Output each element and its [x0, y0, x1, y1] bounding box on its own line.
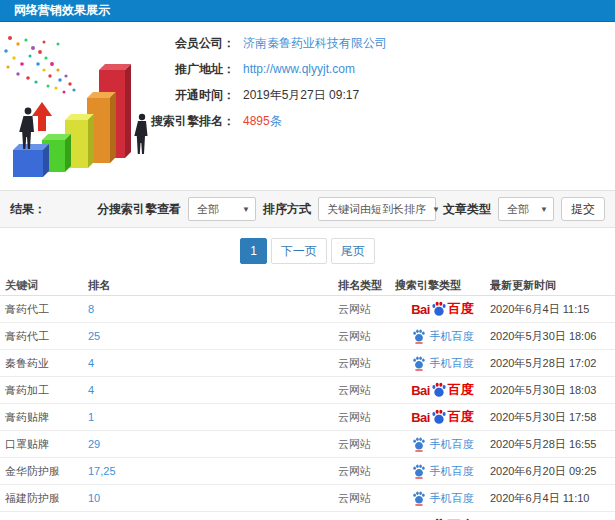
title-bar: 网络营销效果展示	[0, 0, 615, 22]
caret-down-icon: ▼	[540, 205, 548, 214]
table-row: 膏药代工 8 云网站 Bai 百度 2020年6月4日 11:15	[0, 296, 615, 323]
keyword-cell: 膏药贴牌	[0, 410, 88, 425]
filter-bar: 结果： 分搜索引擎查看 全部 ▼ 排序方式 关键词由短到长排序 ▼ 文章类型 全…	[0, 190, 615, 228]
rank-type-cell: 云网站	[338, 383, 395, 398]
engine-cell: 手机百度	[395, 491, 490, 506]
engine-cell: 手机百度	[395, 437, 490, 452]
promo-url-link[interactable]: http://www.qlyyjt.com	[243, 62, 355, 76]
member-company-link[interactable]: 济南秦鲁药业科技有限公司	[243, 35, 387, 52]
rank-unit: 条	[270, 114, 282, 128]
table-row: 秦鲁药业 4 云网站 手机百度 2020年5月28日 17:02	[0, 350, 615, 377]
company-summary-panel: 会员公司： 济南秦鲁药业科技有限公司 推广地址： http://www.qlyy…	[0, 22, 615, 190]
header-rank: 排名	[88, 278, 338, 293]
mobile-baidu-icon: 手机百度	[412, 464, 474, 479]
member-company-label: 会员公司：	[118, 35, 235, 52]
engine-cell: 手机百度	[395, 329, 490, 344]
engine-view-select[interactable]: 全部 ▼	[188, 197, 256, 221]
open-time-label: 开通时间：	[118, 87, 235, 104]
confetti-dots	[4, 36, 75, 94]
open-time-row: 开通时间： 2019年5月27日 09:17	[118, 82, 387, 108]
sort-value: 关键词由短到长排序	[327, 202, 426, 217]
keyword-cell: 秦鲁药业	[0, 356, 88, 371]
promo-url-label: 推广地址：	[118, 61, 235, 78]
baidu-paw-icon	[431, 301, 447, 317]
company-info: 会员公司： 济南秦鲁药业科技有限公司 推广地址： http://www.qlyy…	[118, 30, 387, 134]
sort-select[interactable]: 关键词由短到长排序 ▼	[318, 197, 436, 221]
mobile-baidu-icon: 手机百度	[412, 329, 474, 344]
table-row-partial: Bai 百度	[0, 512, 615, 520]
baidu-logo-icon: Bai 百度	[411, 382, 474, 398]
engine-view-label: 分搜索引擎查看	[97, 201, 181, 218]
submit-button[interactable]: 提交	[561, 197, 605, 221]
baidu-paw-icon	[412, 356, 426, 371]
time-cell: 2020年5月30日 18:03	[490, 383, 615, 398]
engine-cell: Bai 百度	[395, 301, 490, 317]
article-type-value: 全部	[507, 202, 534, 217]
keyword-cell: 金华防护服	[0, 464, 88, 479]
keyword-cell: 膏药代工	[0, 302, 88, 317]
time-cell: 2020年6月4日 11:10	[490, 491, 615, 506]
next-page-button[interactable]: 下一页	[271, 238, 327, 264]
person-left	[19, 108, 34, 149]
keyword-cell: 膏药加工	[0, 383, 88, 398]
engine-rank-value: 4895条	[243, 113, 282, 130]
engine-cell: 手机百度	[395, 464, 490, 479]
rank-type-cell: 云网站	[338, 410, 395, 425]
page-title: 网络营销效果展示	[14, 3, 110, 17]
rank-type-cell: 云网站	[338, 302, 395, 317]
article-type-select[interactable]: 全部 ▼	[498, 197, 554, 221]
time-cell: 2020年5月28日 16:55	[490, 437, 615, 452]
baidu-paw-icon	[412, 464, 426, 479]
baidu-paw-icon	[412, 437, 426, 452]
caret-down-icon: ▼	[242, 205, 250, 214]
open-time-value: 2019年5月27日 09:17	[243, 87, 359, 104]
engine-rank-label: 搜索引擎排名：	[118, 113, 235, 130]
keyword-rank-table: 关键词 排名 排名类型 搜索引擎类型 最新更新时间 膏药代工 8 云网站 Bai…	[0, 276, 615, 520]
time-cell: 2020年5月28日 17:02	[490, 356, 615, 371]
last-page-button[interactable]: 尾页	[331, 238, 375, 264]
table-row: 膏药贴牌 1 云网站 Bai 百度 2020年5月30日 17:58	[0, 404, 615, 431]
rank-link[interactable]: 10	[88, 492, 100, 504]
rank-link[interactable]: 25	[88, 330, 100, 342]
table-header-row: 关键词 排名 排名类型 搜索引擎类型 最新更新时间	[0, 276, 615, 296]
header-rank-type: 排名类型	[338, 278, 395, 293]
baidu-logo-icon: Bai 百度	[411, 409, 474, 425]
mobile-baidu-icon: 手机百度	[412, 491, 474, 506]
page-1-button[interactable]: 1	[240, 238, 267, 264]
time-cell: 2020年5月30日 17:58	[490, 410, 615, 425]
rank-link[interactable]: 1	[88, 411, 94, 423]
filter-controls: 分搜索引擎查看 全部 ▼ 排序方式 关键词由短到长排序 ▼ 文章类型 全部 ▼ …	[97, 197, 605, 221]
time-cell: 2020年5月30日 18:06	[490, 329, 615, 344]
rank-type-cell: 云网站	[338, 329, 395, 344]
rank-link[interactable]: 4	[88, 357, 94, 369]
engine-cell: Bai 百度	[395, 409, 490, 425]
keyword-cell: 口罩贴牌	[0, 437, 88, 452]
header-keyword: 关键词	[0, 278, 88, 293]
mobile-baidu-icon: 手机百度	[412, 356, 474, 371]
rank-link[interactable]: 4	[88, 384, 94, 396]
bar-blue	[13, 144, 49, 177]
caret-down-icon: ▼	[432, 205, 440, 214]
mobile-baidu-icon: 手机百度	[412, 437, 474, 452]
table-row: 膏药加工 4 云网站 Bai 百度 2020年5月30日 18:03	[0, 377, 615, 404]
rank-type-cell: 云网站	[338, 491, 395, 506]
result-label: 结果：	[10, 201, 46, 218]
header-update-time: 最新更新时间	[490, 278, 615, 293]
baidu-paw-icon	[412, 491, 426, 506]
rank-link[interactable]: 17,25	[88, 465, 116, 477]
article-type-label: 文章类型	[443, 201, 491, 218]
rank-link[interactable]: 29	[88, 438, 100, 450]
rank-link[interactable]: 8	[88, 303, 94, 315]
member-company-row: 会员公司： 济南秦鲁药业科技有限公司	[118, 30, 387, 56]
engine-rank-row: 搜索引擎排名： 4895条	[118, 108, 387, 134]
table-row: 膏药代工 25 云网站 手机百度 2020年5月30日 18:06	[0, 323, 615, 350]
engine-cell: 手机百度	[395, 356, 490, 371]
baidu-paw-icon	[431, 382, 447, 398]
table-row: 金华防护服 17,25 云网站 手机百度 2020年6月20日 09:25	[0, 458, 615, 485]
baidu-logo-icon: Bai 百度	[411, 301, 474, 317]
baidu-paw-icon	[431, 409, 447, 425]
rank-type-cell: 云网站	[338, 437, 395, 452]
promo-url-row: 推广地址： http://www.qlyyjt.com	[118, 56, 387, 82]
table-row: 口罩贴牌 29 云网站 手机百度 2020年5月28日 16:55	[0, 431, 615, 458]
pagination: 1 下一页 尾页	[0, 238, 615, 264]
